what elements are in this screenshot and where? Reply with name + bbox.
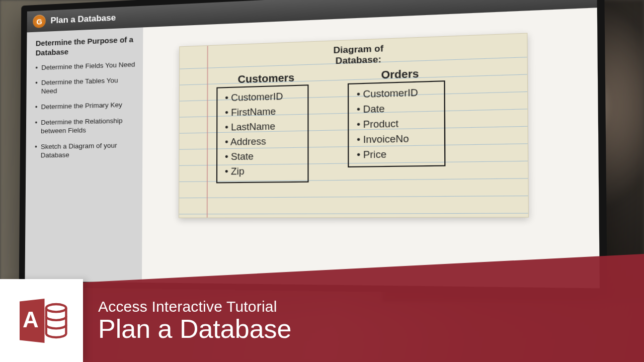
table-field: LastName: [225, 119, 295, 135]
sidebar-item: Determine the Primary Key: [41, 101, 135, 112]
diagram-tables: Customers CustomerID FirstName LastName …: [216, 65, 510, 184]
sidebar-item: Determine the Fields You Need: [41, 60, 136, 72]
sidebar-item: Determine the Tables You Need: [41, 76, 136, 96]
table-field: FirstName: [225, 104, 295, 121]
lower-third-banner: A Access Interactive Tutorial Plan a Dat…: [0, 246, 644, 362]
table-field: Price: [357, 146, 431, 162]
access-app-icon: A: [14, 293, 69, 348]
banner-text: Access Interactive Tutorial Plan a Datab…: [98, 298, 292, 343]
diagram-title-line1: Diagram of: [334, 43, 384, 55]
svg-point-0: [46, 304, 66, 312]
sidebar-heading: Determine the Purpose of a Database: [36, 35, 136, 58]
table-name: Orders: [356, 67, 445, 82]
access-app-tile: A: [0, 279, 83, 362]
brand-logo-letter: G: [36, 17, 42, 26]
table-field: Address: [225, 134, 295, 150]
sidebar-item: Sketch a Diagram of your Database: [41, 141, 135, 160]
diagram-title: Diagram of Database:: [216, 39, 509, 70]
table-orders: Orders CustomerID Date Product InvoiceNo…: [348, 67, 446, 183]
sidebar-outline-list: Determine the Fields You Need Determine …: [35, 60, 136, 160]
notepad-index-card: Diagram of Database: Customers CustomerI…: [179, 33, 529, 218]
table-field: State: [225, 149, 295, 164]
access-app-letter: A: [23, 307, 39, 332]
table-name: Customers: [224, 71, 308, 86]
brand-logo-icon: G: [33, 15, 46, 28]
table-field: Product: [357, 116, 431, 132]
diagram-title-line2: Database:: [336, 54, 381, 65]
table-field: Date: [357, 101, 431, 118]
table-field: InvoiceNo: [357, 131, 431, 148]
banner-kicker: Access Interactive Tutorial: [98, 298, 292, 315]
table-field: CustomerID: [357, 85, 431, 103]
banner-content: A Access Interactive Tutorial Plan a Dat…: [0, 279, 644, 362]
table-field: CustomerID: [225, 89, 295, 106]
slide-title: Plan a Database: [50, 13, 116, 26]
table-fields-box: CustomerID FirstName LastName Address St…: [216, 84, 309, 184]
sidebar-outline: Determine the Purpose of a Database Dete…: [25, 27, 143, 283]
table-customers: Customers CustomerID FirstName LastName …: [216, 71, 309, 184]
banner-title: Plan a Database: [98, 315, 292, 343]
table-fields-box: CustomerID Date Product InvoiceNo Price: [348, 80, 445, 167]
sidebar-item: Determine the Relationship between Field…: [41, 117, 135, 136]
notepad-content: Diagram of Database: Customers CustomerI…: [179, 34, 528, 218]
table-field: Zip: [225, 163, 295, 179]
